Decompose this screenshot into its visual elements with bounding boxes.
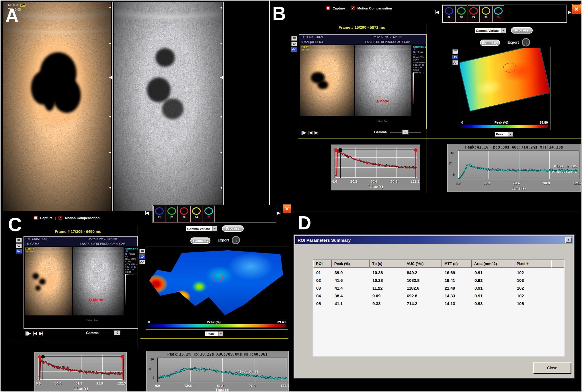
table-row[interactable]: 0241.610.281082.819.410.92103 <box>313 277 564 285</box>
capture-toolbar: Capture | ✓ Motion Compensation <box>34 216 99 220</box>
motion-compensation-checkbox[interactable]: ✓ <box>351 6 355 10</box>
roi-oval-icon[interactable] <box>452 55 458 59</box>
tic-curve-icon[interactable] <box>16 249 22 253</box>
column-header[interactable]: Tp (s) <box>370 260 404 268</box>
export-button[interactable]: → <box>522 38 530 46</box>
roi-tab-1[interactable]: #1 <box>153 206 165 222</box>
dropdown-arrow-icon[interactable]: ▼ <box>508 132 513 136</box>
fitted-intensity-curve <box>458 151 579 179</box>
mi-readout: MI: 0.08MB: 0.08 <box>301 46 309 51</box>
column-header[interactable]: MTT (s) <box>442 260 472 268</box>
map-param-dropdown[interactable]: Peak▼ <box>494 131 513 137</box>
roi-tab-5[interactable]: #5 <box>203 206 215 222</box>
close-panel-button[interactable]: ✕ <box>283 204 291 213</box>
gamma-track[interactable]: 0 <box>390 132 421 132</box>
model-dropdown[interactable]: Gamma Variate▼ <box>185 226 218 232</box>
lab-name: LAB DE US REPRODUCAO FCAV <box>350 40 425 44</box>
raw-tic-plot <box>38 355 124 380</box>
prev-frame-button[interactable]: |◀ <box>308 130 312 135</box>
gt-badge: GT <box>20 4 26 7</box>
column-header[interactable]: Area (mm^2) <box>472 260 514 268</box>
roi-nav-right[interactable]: ▶| <box>568 10 571 14</box>
raw-tic-plot <box>335 148 417 178</box>
roi-strip: #1 #2 #3 #4 #5 <box>442 5 567 23</box>
dropdown-arrow-icon[interactable]: ▼ <box>218 331 223 336</box>
dialog-titlebar[interactable]: ROI Parameters Summary X <box>295 236 573 244</box>
gamma-thumb[interactable]: 0 <box>114 330 120 335</box>
table-row[interactable]: 0341.411.221182.621.490.91102 <box>313 285 564 292</box>
tic-curve-icon[interactable] <box>139 260 145 264</box>
raw-intensity-curve[interactable] <box>335 148 417 178</box>
export-label: Export <box>507 40 519 44</box>
table-row[interactable]: 0438.49.09692.814.330.91102 <box>313 292 564 300</box>
roi-ellipse[interactable] <box>503 63 516 73</box>
tic-curve-icon[interactable] <box>452 60 458 65</box>
roi-tab-3[interactable]: #3 <box>178 206 190 222</box>
roi-circle-yellow <box>192 207 201 215</box>
roi-strip: #1 #2 #3 #4 #5 <box>153 205 276 223</box>
roi-tab-4[interactable]: #4 <box>480 5 492 22</box>
prev-frame-button[interactable]: |◀ <box>33 331 37 336</box>
dropdown-arrow-icon[interactable]: ▼ <box>212 226 217 231</box>
process-button[interactable]: Process <box>511 27 533 34</box>
close-panel-button[interactable]: ✕ <box>572 4 581 14</box>
colorbar-min: 0 <box>461 121 463 124</box>
close-button[interactable]: Close <box>533 362 571 373</box>
table-row[interactable]: 0541.19.38714.214.130.93105 <box>313 300 564 308</box>
roi-nav-left[interactable]: |◀ <box>435 10 438 14</box>
capture-toolbar: Capture | ✓ Motion Compensation <box>326 6 392 10</box>
roi-nav-left[interactable]: |◀ <box>145 210 148 215</box>
frame-info: Frame # 17/305 - 6450 ms <box>41 229 115 234</box>
summary-button[interactable]: Summary <box>190 237 210 244</box>
panel-b-label: B <box>272 4 286 23</box>
roi-oval-icon[interactable] <box>139 254 145 259</box>
roi-tab-3[interactable]: #3 <box>468 5 480 22</box>
summary-button[interactable]: Summary <box>480 40 500 46</box>
caliper-marker: ◆ <box>109 6 111 9</box>
roi-circle-green <box>167 207 176 215</box>
list-icon[interactable] <box>291 36 297 41</box>
list-icon[interactable] <box>139 249 145 253</box>
tic-curve-icon[interactable] <box>291 47 297 52</box>
dropdown-arrow-icon[interactable]: ▼ <box>501 28 506 33</box>
roi-circle-red <box>180 207 188 215</box>
column-header[interactable]: Peak (%) <box>332 260 370 268</box>
column-header[interactable]: ROI <box>313 260 332 268</box>
list-icon[interactable] <box>16 238 22 243</box>
roi-tab-5[interactable]: #5 <box>492 5 504 22</box>
colorbar-label: Peak (%) <box>495 121 508 124</box>
model-dropdown[interactable]: Gamma Variate▼ <box>474 28 506 34</box>
colorbar <box>148 324 286 327</box>
list-icon[interactable] <box>452 49 458 54</box>
device-info-column: SIEMENS 9L4 / BreastCA 2D — 0.50%CCAI / … <box>124 246 138 328</box>
gamma-thumb[interactable]: 0 <box>402 130 409 134</box>
process-button[interactable]: Process <box>222 225 244 232</box>
fitted-tic-graph-panel: Peak:15.2% Tp:30.22s AUC:709.0%s MTT:40.… <box>146 351 289 392</box>
dialog-title: ROI Parameters Summary <box>298 238 351 243</box>
capture-checkbox[interactable] <box>326 6 330 10</box>
export-button[interactable]: → <box>232 236 240 244</box>
raw-tic-graph-panel: 0.030.661.391.9122.5 Time (s) <box>34 352 127 392</box>
raw-intensity-curve[interactable] <box>38 355 123 380</box>
roi-ellipse[interactable] <box>211 273 223 282</box>
play-button[interactable]: |||▶ <box>300 130 306 135</box>
column-header[interactable]: AUC (%s) <box>404 260 442 268</box>
map-param-dropdown[interactable]: Peak▼ <box>205 331 224 337</box>
column-header[interactable]: Pixel # <box>514 260 551 268</box>
roi-tab-1[interactable]: #1 <box>443 5 455 22</box>
play-button[interactable]: |||▶ <box>25 331 31 336</box>
us-tool-icons <box>291 36 297 52</box>
next-frame-button[interactable]: ▶| <box>39 331 43 336</box>
table-row[interactable]: 0139.910.36849.216.690.91102 <box>313 269 564 277</box>
motion-compensation-checkbox[interactable]: ✓ <box>58 216 62 220</box>
roi-oval-icon[interactable] <box>291 42 297 46</box>
roi-tab-2[interactable]: #2 <box>455 5 467 22</box>
roi-tab-4[interactable]: #4 <box>190 206 202 222</box>
roi-nav-right[interactable]: ▶| <box>277 210 280 215</box>
gamma-track[interactable]: 0 <box>101 333 132 333</box>
capture-checkbox[interactable] <box>34 216 38 220</box>
roi-oval-icon[interactable] <box>16 243 22 248</box>
dialog-close-icon[interactable]: X <box>565 237 572 243</box>
roi-tab-2[interactable]: #2 <box>166 206 178 222</box>
next-frame-button[interactable]: ▶| <box>315 130 318 135</box>
